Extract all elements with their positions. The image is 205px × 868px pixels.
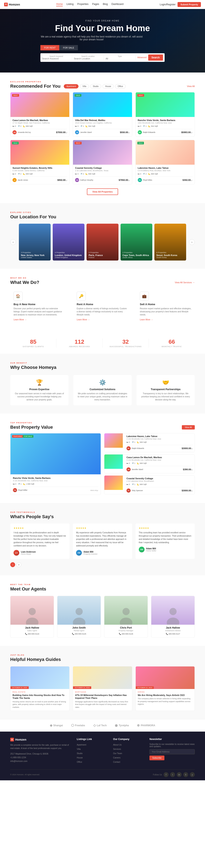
- property-address: 1401 Brookside Ave, California Near Jose: [138, 122, 193, 124]
- footer-company-item[interactable]: Contact: [113, 761, 120, 763]
- keyword-field: Search Keyword: [42, 55, 72, 60]
- service-card: 💼 Sell A Home Receive expert market guid…: [137, 288, 195, 324]
- nav-home[interactable]: Home: [56, 3, 63, 6]
- property-card[interactable]: RENT Rancho Vista Verde, Santa Barbara 1…: [136, 92, 195, 136]
- view-all-properties-button[interactable]: View All Properties: [87, 188, 118, 195]
- best-small-card[interactable]: Casa Lamos De Machali, Maribas 3 141 Bro…: [104, 454, 195, 473]
- agent-photo: [151, 596, 195, 625]
- advanced-search-link[interactable]: Advanced: [137, 56, 146, 59]
- nav-blog[interactable]: Blog: [103, 3, 108, 6]
- why-description: Our seasoned team serves in real estate …: [14, 392, 64, 401]
- location-card[interactable]: 4 Properties London, United Kingdom Unit…: [53, 224, 84, 260]
- filter-house[interactable]: House: [102, 84, 114, 89]
- newsletter-email-input[interactable]: [149, 749, 195, 754]
- footer-company-item[interactable]: About Us: [113, 744, 122, 746]
- footer-nav-item[interactable]: House: [77, 756, 83, 759]
- footer-nav-item[interactable]: Office: [77, 761, 82, 763]
- nav-pages[interactable]: Pages: [92, 3, 99, 6]
- carousel-next-button[interactable]: ›: [189, 239, 195, 245]
- property-card[interactable]: SALE Villa Del Mar Retreat, Malibu 1516 …: [73, 92, 132, 136]
- wwd-view-all[interactable]: View All Services →: [175, 281, 195, 284]
- blog-card[interactable]: OCTOBER 22, 2024 HIRING We Are Hiring Mo…: [136, 666, 195, 711]
- testimonial-name: Adam Will: [83, 551, 97, 553]
- agent-info: JW Jennifer Ward: [75, 130, 92, 134]
- agent-avatar: JW: [75, 130, 79, 134]
- footer-nav-item[interactable]: Villa: [77, 748, 81, 750]
- footer-company-item[interactable]: Services: [113, 748, 121, 750]
- filter-studio[interactable]: Studio: [90, 84, 101, 89]
- agents-tag: MEET THE TEAM: [10, 584, 195, 586]
- search-button[interactable]: Search: [148, 55, 163, 61]
- agent-card[interactable]: Jack Hallow Sales Agent 📞 305-555-0124: [10, 596, 54, 638]
- tab-for-rent[interactable]: FOR RENT: [40, 45, 59, 51]
- facebook-icon[interactable]: f: [164, 772, 169, 777]
- footer-nav-item[interactable]: Studio: [77, 752, 83, 754]
- nav-dashboard[interactable]: Dashboard: [112, 3, 124, 6]
- blog-tag: JUST BLOG: [10, 654, 195, 656]
- service-link[interactable]: Learn More →: [77, 318, 90, 321]
- footer-company-item[interactable]: Our Team: [113, 752, 122, 754]
- location-card[interactable]: 5 Properties Paris, France France: [87, 224, 118, 260]
- test-tag: OUR TESTIMONIALS: [10, 511, 195, 513]
- best-small-card[interactable]: Coastal Serenity Cottage 2 32 Lakeview D…: [104, 475, 195, 494]
- filter-villa[interactable]: Villa: [80, 84, 89, 89]
- carousel-prev-button[interactable]: ‹: [10, 239, 16, 245]
- property-image: SALE: [10, 140, 69, 165]
- search-input[interactable]: [42, 57, 70, 60]
- testimonials-grid: ★★★★★ I truly appreciate the professiona…: [10, 524, 195, 559]
- location-card[interactable]: 2 Properties Cape Town, South Africa Sou…: [121, 224, 152, 260]
- login-link[interactable]: Login/Register: [160, 3, 175, 6]
- property-card[interactable]: SALE Lakeview Haven, Lake Tahoe 5 8 Knot…: [136, 140, 195, 184]
- best-small-card[interactable]: Lakeview Haven, Lake Tahoe 3 141 Brooksi…: [104, 433, 195, 452]
- nav-listing[interactable]: Listing: [66, 3, 74, 6]
- service-description: Discover your perfect property with our …: [13, 307, 65, 316]
- linkedin-icon[interactable]: li: [183, 772, 188, 777]
- instagram-icon[interactable]: in: [177, 772, 182, 777]
- why-grid: 🏆 Proven Expertise Our seasoned team ser…: [10, 375, 195, 405]
- service-link[interactable]: Learn More →: [140, 318, 153, 321]
- location-label: Search Location: [74, 55, 102, 57]
- service-link[interactable]: Learn More →: [13, 318, 27, 321]
- stat-label: AWARDS RECEIVED: [56, 345, 102, 347]
- sqft-stat: 📐 564 Sqft: [148, 125, 158, 127]
- youtube-icon[interactable]: y: [190, 772, 195, 777]
- nav-properties[interactable]: Properties: [77, 3, 89, 6]
- location-input[interactable]: [74, 57, 102, 60]
- tab-for-sale[interactable]: FOR SALE: [59, 45, 78, 51]
- agent-card[interactable]: Chris Port Property Manager 📞 305-555-01…: [104, 596, 148, 638]
- filter-office[interactable]: Office: [115, 84, 126, 89]
- why-tag: OUR BENEFIT: [10, 362, 195, 364]
- footer-top: H Homzen We provide a complete service f…: [10, 738, 195, 765]
- blog-title: Helpful Homeya Guides: [10, 657, 195, 662]
- property-card[interactable]: RENT Coastal Serenity Cottage 2 32 Lakev…: [73, 140, 132, 184]
- property-card[interactable]: SALE Sunset Heights Estates, Beverly Hil…: [10, 140, 69, 184]
- type-input[interactable]: [106, 57, 134, 60]
- testimonial-text: My experience with property Consultants …: [76, 531, 129, 548]
- blog-card[interactable]: OCTOBER 22, 2024 MORTGAGE 47% Of Millenn…: [73, 666, 132, 711]
- agent-avatar: AM: [12, 130, 17, 134]
- property-stats: 🛏 3 🚿 2 📐 668 Sqft: [138, 173, 193, 175]
- location-country: South Africa: [123, 256, 149, 258]
- location-card[interactable]: 6 Properties Seoul, South Korea South Ko…: [154, 224, 186, 260]
- agent-card[interactable]: John Smith Rental Agent 📞 305-555-0125: [57, 596, 101, 638]
- blog-card[interactable]: OCTOBER 22, 2024 REAL ESTATE Building Ga…: [10, 666, 69, 711]
- footer-nav-item[interactable]: Apartment: [77, 744, 86, 746]
- site-logo[interactable]: H Homzen: [4, 3, 20, 6]
- newsletter-subscribe-button[interactable]: Subscribe: [149, 755, 164, 760]
- best-view-all-button[interactable]: View All: [182, 425, 195, 430]
- agent-card[interactable]: Jack Hallow Investment Advisor 📞 305-555…: [151, 596, 195, 638]
- submit-property-button[interactable]: Submit Property: [178, 2, 201, 7]
- testimonial-next-button[interactable]: ›: [17, 562, 21, 567]
- location-count: 2 Properties: [123, 251, 149, 253]
- filter-apartment[interactable]: Apartment: [64, 84, 79, 89]
- small-prop-stats: 🛏 3 🚿 1 📐 668 Sqft: [126, 441, 193, 443]
- footer-company-item[interactable]: Careers: [113, 756, 121, 759]
- footer-copyright: © 2024 Homzen. All rights reserved.: [10, 774, 40, 776]
- location-card[interactable]: 3 Properties New Jersey, New York United…: [19, 224, 51, 260]
- sqft-stat: 📐 668 Sqft: [86, 173, 95, 175]
- agent-name: Jennifer Ward: [80, 131, 92, 133]
- recommended-view-all[interactable]: View All: [187, 85, 195, 88]
- property-card[interactable]: RENT Casa Lamos De Machali, Maribas 17 3…: [10, 92, 69, 136]
- testimonial-prev-button[interactable]: ‹: [10, 562, 15, 567]
- twitter-icon[interactable]: t: [170, 772, 175, 777]
